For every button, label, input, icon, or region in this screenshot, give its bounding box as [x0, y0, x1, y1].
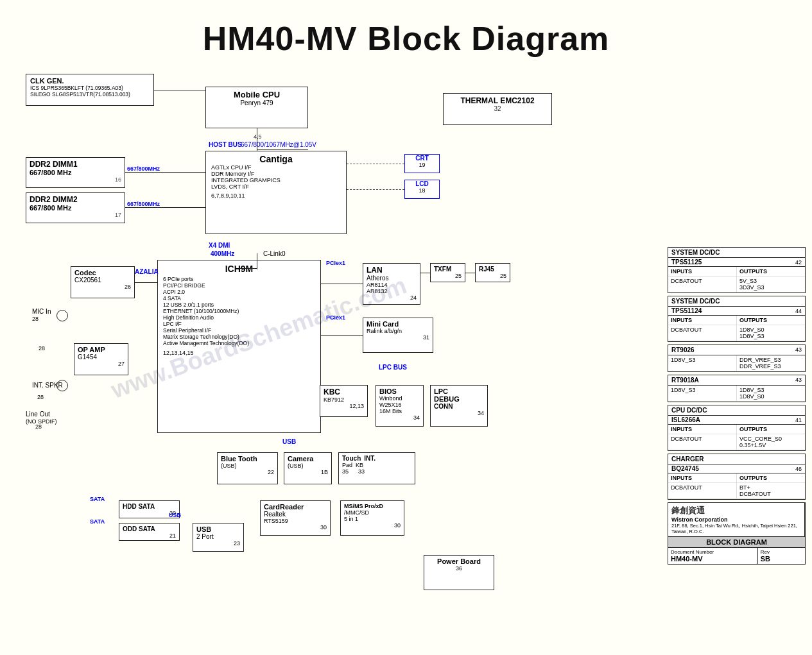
- ich9m-numbers: 12,13,14,15: [163, 350, 315, 356]
- txfm-number: 25: [434, 273, 462, 279]
- lpc-debug-number: 34: [434, 410, 484, 416]
- rt9018a-box: RT9018A 43 1D8V_S3 1D8V_S3 1D8V_S0: [668, 375, 806, 402]
- rj45-box: RJ45 25: [475, 263, 510, 282]
- usb2-subtitle: 2 Port: [196, 533, 240, 540]
- charger-model: BQ24745: [671, 465, 699, 472]
- line-cantiga-ich-v: [257, 253, 257, 269]
- camera-number: 1B: [288, 469, 328, 475]
- cantiga-line2: DDR Memory I/F: [211, 171, 341, 177]
- opamp-title: OP AMP: [78, 346, 125, 353]
- minicard-number: 31: [367, 334, 429, 341]
- lcd-number: 18: [405, 187, 439, 194]
- rt9018a-in: 1D8V_S3: [668, 386, 737, 401]
- sys2-out: 1D8V_S0 1D8V_S3: [737, 325, 805, 341]
- azalia-label: AZALIA: [135, 268, 159, 275]
- line-clk-cpu: [154, 90, 205, 90]
- sys-dcdc-2-box: SYSTEM DC/DC TPS51124 44 INPUTS OUTPUTS …: [668, 296, 806, 342]
- sys2-title: SYSTEM DC/DC: [671, 298, 720, 305]
- thermal-number: 32: [449, 105, 546, 112]
- ich9m-line6: ETHERNET (10/100/1000MHz): [163, 308, 315, 314]
- sys1-title: SYSTEM DC/DC: [671, 249, 720, 256]
- thermal-title: THERMAL EMC2102: [449, 96, 546, 105]
- rt9018a-data-row: 1D8V_S3 1D8V_S3 1D8V_S0: [668, 386, 805, 402]
- cpu-dcdc-data-row: DCBATOUT VCC_CORE_S0 0.35+1.5V: [668, 434, 805, 450]
- sys1-model: TPS51125: [671, 259, 702, 266]
- bios-number: 34: [379, 414, 420, 421]
- mobile-cpu-title: Mobile CPU: [211, 90, 302, 99]
- codec-number: 26: [74, 284, 131, 290]
- ddr1-box: DDR2 DIMM1 667/800 MHz 16: [26, 157, 125, 188]
- opamp-num-left: 28: [39, 345, 45, 352]
- touch-int: INT.: [364, 455, 376, 462]
- host-bus-label: HOST BUS: [209, 141, 242, 148]
- host-bus-value: 667/800/1067MHz@1.05V: [241, 141, 316, 148]
- ich9m-line5: 12 USB 2.0/1.1 ports: [163, 302, 315, 308]
- cardreader-model: RTS5159: [264, 518, 327, 524]
- usb2-number: 23: [196, 540, 240, 547]
- clk-gen-line1: ICS 9LPRS365BKLFT (71.09365.A03): [30, 85, 150, 91]
- lpc-conn-label: CONN: [434, 403, 484, 410]
- minicard-title: Mini Card: [367, 320, 429, 328]
- kbc-numbers: 12,13: [324, 403, 364, 409]
- ich9m-line3: ACPI 2.0: [163, 289, 315, 295]
- line-ddr2-cantiga: [125, 207, 205, 208]
- rt9018a-out: 1D8V_S3 1D8V_S0: [737, 386, 805, 401]
- line-cantiga-ich-h: [239, 268, 257, 269]
- bios-box: BIOS Winbond W25X16 16M Bits 34: [376, 385, 424, 427]
- block-diag-row: Document Number HM40-MV Rev SB: [668, 547, 805, 564]
- camera-sub: (USB): [288, 463, 328, 469]
- charger-outputs: OUTPUTS: [737, 473, 805, 482]
- clink-label: C-Link0: [263, 250, 285, 257]
- hdd-label: HDD SATA: [123, 503, 176, 510]
- rt9026-number: 43: [795, 346, 802, 353]
- cpu-dcdc-model: ISL6266A: [671, 416, 700, 423]
- bios-subtitle: Winbond: [379, 395, 420, 402]
- power-board-box: Power Board 36: [424, 555, 494, 590]
- ich9m-line11: Active Managemnt Technology(DO): [163, 340, 315, 346]
- charger-header-row: INPUTS OUTPUTS: [668, 473, 805, 483]
- sys1-data-row: DCBATOUT 5V_S3 3D3V_S3: [668, 276, 805, 293]
- sys1-out1: 5V_S3 3D3V_S3: [737, 276, 805, 292]
- company-chinese: 鋒創資通: [671, 505, 801, 516]
- company-name: Wistron Corporation: [671, 516, 801, 523]
- hdd-number: 20: [123, 510, 176, 516]
- usb-label: USB: [282, 438, 296, 445]
- cardreader-box: CardReader Realtek RTS5159 30: [260, 500, 331, 536]
- rt9026-box: RT9026 43 1D8V_S3 DDR_VREF_S3 DDR_VREF_S…: [668, 345, 806, 372]
- mobile-cpu-box: Mobile CPU Penryn 479: [205, 87, 308, 128]
- ddr2-number: 17: [30, 212, 121, 218]
- sys2-header-row: INPUTS OUTPUTS: [668, 316, 805, 325]
- ddr2-subtitle: 667/800 MHz: [30, 204, 121, 212]
- ich9m-box: ICH9M 6 PCIe ports PCI/PCI BRIDGE ACPI 2…: [157, 260, 321, 433]
- host-bus-number: 4,5: [254, 133, 262, 140]
- msms-sub2: 5 in 1: [344, 516, 401, 522]
- lan-subtitle: Atheros: [367, 275, 417, 282]
- touch-kb: KB: [356, 462, 363, 468]
- line-ich-codec: [135, 282, 157, 283]
- sys1-header-row: INPUTS OUTPUTS: [668, 267, 805, 276]
- bluetooth-number: 22: [221, 469, 274, 475]
- rt9018a-title: RT9018A: [671, 377, 699, 384]
- msms-sub: /MMC/SD: [344, 509, 401, 516]
- opamp-number: 27: [78, 361, 125, 367]
- crt-box: CRT 19: [404, 154, 440, 173]
- line-ich-lan: [321, 284, 363, 284]
- rt9026-out: DDR_VREF_S3 DDR_VREF_S3: [737, 355, 805, 371]
- charger-title: CHARGER: [671, 455, 704, 463]
- rt9026-title: RT9026: [671, 346, 695, 353]
- charger-data-row: DCBATOUT BT+ DCBATOUT: [668, 483, 805, 499]
- cpu-dcdc-outputs: OUTPUTS: [737, 425, 805, 434]
- minicard-box: Mini Card Ralink a/b/g/n 31: [363, 318, 433, 353]
- cantiga-box: Cantiga AGTLx CPU I/F DDR Memory I/F INT…: [205, 151, 347, 234]
- crt-number: 19: [405, 162, 439, 168]
- charger-inputs: INPUTS: [668, 473, 737, 482]
- sys1-number: 42: [795, 259, 802, 266]
- bluetooth-box: Blue Tooth (USB) 22: [217, 452, 278, 484]
- ich9m-line8: LPC I/F: [163, 321, 315, 327]
- cantiga-line3: INTEGRATED GRAMPICS: [211, 177, 341, 183]
- cardreader-number: 30: [264, 524, 327, 531]
- line-out-num: 28: [35, 423, 42, 430]
- thermal-box: THERMAL EMC2102 32: [443, 93, 552, 125]
- charger-out: BT+ DCBATOUT: [737, 483, 805, 498]
- txfm-box: TXFM 25: [430, 263, 465, 282]
